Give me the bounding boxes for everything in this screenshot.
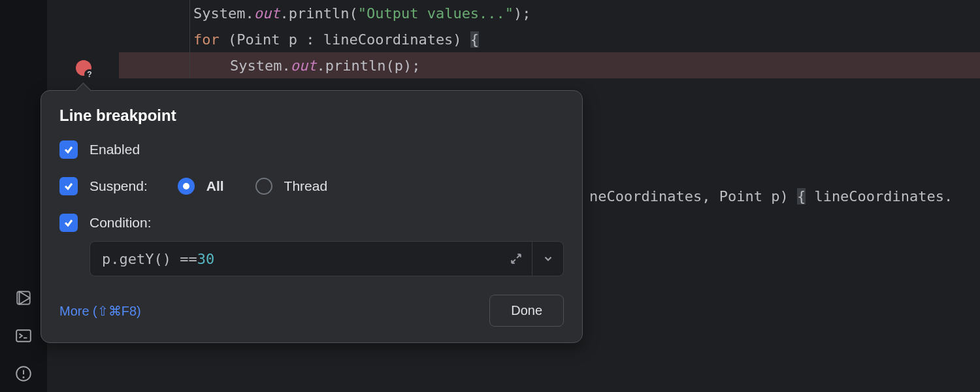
breakpoint-condition-badge-icon: ? — [84, 69, 95, 80]
svg-point-4 — [23, 377, 24, 378]
code-line[interactable]: System.out.println("Output values..."); — [119, 0, 980, 26]
code-token: for — [193, 31, 220, 48]
suspend-thread-label: Thread — [284, 178, 328, 194]
code-line-current[interactable]: System.out.println(p); — [119, 52, 980, 78]
terminal-tool-icon[interactable] — [14, 327, 33, 345]
breakpoint-popup: Line breakpoint Enabled Suspend: All Thr… — [41, 90, 583, 343]
popup-title: Line breakpoint — [59, 106, 564, 125]
done-button[interactable]: Done — [489, 295, 564, 327]
code-token: ); — [514, 5, 531, 22]
suspend-all-label: All — [206, 178, 224, 194]
suspend-label: Suspend: — [90, 178, 148, 194]
run-tool-icon[interactable] — [14, 289, 33, 307]
code-token: { — [797, 188, 806, 204]
svg-rect-2 — [16, 330, 31, 341]
code-token: out — [254, 5, 280, 22]
condition-input[interactable]: p.getY() == 30 — [90, 242, 500, 276]
expand-expression-icon[interactable] — [500, 242, 532, 276]
code-token: lineCoordinates. — [806, 188, 953, 204]
condition-label: Condition: — [90, 215, 152, 231]
more-link[interactable]: More (⇧⌘F8) — [59, 303, 141, 319]
enabled-row: Enabled — [59, 140, 564, 159]
suspend-checkbox[interactable] — [59, 177, 78, 195]
popup-footer: More (⇧⌘F8) Done — [59, 295, 564, 327]
dropdown-history-icon[interactable] — [532, 242, 563, 276]
code-token: .println(p); — [316, 57, 420, 74]
condition-checkbox[interactable] — [59, 214, 78, 232]
enabled-checkbox[interactable] — [59, 140, 78, 159]
code-token: neCoordinates, Point p) — [589, 188, 797, 204]
suspend-thread-radio[interactable] — [255, 178, 272, 195]
condition-expr-text: p.getY() == — [102, 251, 197, 267]
code-token: out — [291, 57, 317, 74]
enabled-label: Enabled — [90, 142, 140, 157]
condition-row: Condition: — [59, 214, 564, 232]
suspend-all-radio[interactable] — [178, 178, 195, 195]
code-line[interactable]: for (Point p : lineCoordinates) { — [119, 26, 980, 52]
code-token: System. — [193, 5, 254, 22]
suspend-row: Suspend: All Thread — [59, 177, 564, 195]
code-token: "Output values..." — [358, 5, 514, 22]
condition-input-wrap: p.getY() == 30 — [90, 241, 564, 276]
code-token: (Point p : lineCoordinates) — [220, 31, 470, 48]
condition-expr-number: 30 — [197, 251, 215, 267]
code-token: System. — [230, 57, 291, 74]
code-token: .println( — [280, 5, 357, 22]
problems-tool-icon[interactable] — [14, 365, 33, 383]
svg-point-1 — [16, 291, 31, 305]
code-token: { — [470, 31, 479, 48]
